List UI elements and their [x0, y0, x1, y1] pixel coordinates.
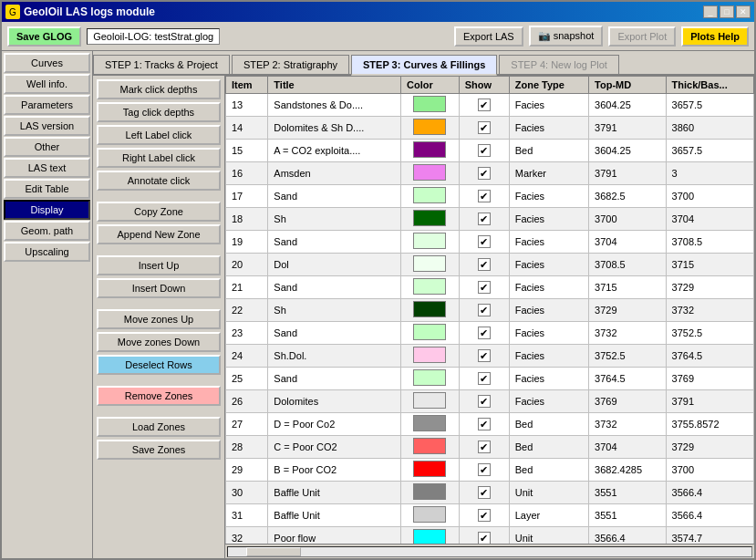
annotate-click-button[interactable]: Annotate click — [97, 171, 221, 191]
sidebar-item-las-version[interactable]: LAS version — [4, 116, 90, 136]
show-checkbox[interactable]: ✔ — [478, 349, 491, 362]
show-checkbox[interactable]: ✔ — [478, 190, 491, 202]
tab-step3[interactable]: STEP 3: Curves & Fillings — [351, 55, 497, 76]
show-checkbox[interactable]: ✔ — [478, 167, 491, 180]
table-row[interactable]: 21Sand✔Facies37153729 — [226, 276, 754, 299]
show-checkbox[interactable]: ✔ — [478, 532, 491, 544]
copy-zone-button[interactable]: Copy Zone — [97, 202, 221, 222]
show-checkbox[interactable]: ✔ — [478, 235, 491, 248]
show-checkbox[interactable]: ✔ — [478, 395, 491, 408]
table-row[interactable]: 30Baffle Unit✔Unit35513566.4 — [226, 482, 754, 504]
show-checkbox[interactable]: ✔ — [478, 258, 491, 271]
cell-show[interactable]: ✔ — [459, 482, 509, 504]
table-row[interactable]: 23Sand✔Facies37323752.5 — [226, 322, 754, 345]
show-checkbox[interactable]: ✔ — [478, 418, 491, 430]
right-label-click-button[interactable]: Right Label click — [97, 148, 221, 168]
table-row[interactable]: 22Sh✔Facies37293732 — [226, 299, 754, 322]
sidebar-item-well-info[interactable]: Well info. — [4, 74, 90, 94]
deselect-rows-button[interactable]: Deselect Rows — [97, 355, 221, 375]
table-row[interactable]: 27D = Poor Co2✔Bed37323755.8572 — [226, 413, 754, 436]
table-row[interactable]: 32Poor flow✔Unit3566.43574.7 — [226, 527, 754, 544]
cell-show[interactable]: ✔ — [459, 276, 509, 299]
table-row[interactable]: 18Sh✔Facies37003704 — [226, 208, 754, 231]
cell-show[interactable]: ✔ — [459, 231, 509, 254]
save-zones-button[interactable]: Save Zones — [97, 440, 221, 460]
show-checkbox[interactable]: ✔ — [478, 463, 491, 476]
cell-show[interactable]: ✔ — [459, 345, 509, 368]
tab-step4[interactable]: STEP 4: New log Plot — [499, 55, 619, 74]
show-checkbox[interactable]: ✔ — [478, 486, 491, 499]
plots-help-button[interactable]: Plots Help — [681, 26, 749, 47]
insert-up-button[interactable]: Insert Up — [97, 255, 221, 275]
table-row[interactable]: 20Dol✔Facies3708.53715 — [226, 254, 754, 276]
show-checkbox[interactable]: ✔ — [478, 121, 491, 134]
show-checkbox[interactable]: ✔ — [478, 372, 491, 385]
table-row[interactable]: 19Sand✔Facies37043708.5 — [226, 231, 754, 254]
cell-show[interactable]: ✔ — [459, 436, 509, 459]
sidebar-item-curves[interactable]: Curves — [4, 53, 90, 73]
table-row[interactable]: 16Amsden✔Marker37913 — [226, 162, 754, 185]
maximize-button[interactable]: □ — [720, 5, 734, 18]
export-plot-button[interactable]: Export Plot — [608, 26, 676, 47]
cell-show[interactable]: ✔ — [459, 162, 509, 185]
cell-show[interactable]: ✔ — [459, 185, 509, 208]
show-checkbox[interactable]: ✔ — [478, 99, 491, 111]
table-row[interactable]: 26Dolomites✔Facies37693791 — [226, 390, 754, 413]
cell-show[interactable]: ✔ — [459, 208, 509, 231]
left-label-click-button[interactable]: Left Label click — [97, 125, 221, 145]
cell-show[interactable]: ✔ — [459, 527, 509, 544]
table-row[interactable]: 13Sandstones & Do....✔Facies3604.253657.… — [226, 94, 754, 117]
show-checkbox[interactable]: ✔ — [478, 441, 491, 453]
cell-show[interactable]: ✔ — [459, 117, 509, 140]
sidebar-item-geom-path[interactable]: Geom. path — [4, 221, 90, 241]
cell-show[interactable]: ✔ — [459, 299, 509, 322]
show-checkbox[interactable]: ✔ — [478, 304, 491, 316]
cell-show[interactable]: ✔ — [459, 413, 509, 436]
tag-click-depths-button[interactable]: Tag click depths — [97, 102, 221, 122]
move-zones-up-button[interactable]: Move zones Up — [97, 309, 221, 329]
cell-show[interactable]: ✔ — [459, 459, 509, 482]
export-las-button[interactable]: Export LAS — [454, 26, 523, 47]
cell-show[interactable]: ✔ — [459, 140, 509, 162]
scrollbar-thumb[interactable] — [246, 547, 301, 556]
sidebar-item-edit-table[interactable]: Edit Table — [4, 179, 90, 199]
table-row[interactable]: 15A = CO2 exploita....✔Bed3604.253657.5 — [226, 140, 754, 162]
show-checkbox[interactable]: ✔ — [478, 144, 491, 157]
close-button[interactable]: ✕ — [736, 5, 751, 18]
save-glog-button[interactable]: Save GLOG — [7, 26, 81, 47]
sidebar-item-las-text[interactable]: LAS text — [4, 158, 90, 178]
mark-click-depths-button[interactable]: Mark click depths — [97, 79, 221, 99]
cell-show[interactable]: ✔ — [459, 390, 509, 413]
data-table-container[interactable]: Item Title Color Show Zone Type Top-MD T… — [225, 76, 754, 544]
cell-show[interactable]: ✔ — [459, 368, 509, 390]
snapshot-button[interactable]: 📷 snapshot — [529, 26, 604, 47]
table-row[interactable]: 14Dolomites & Sh D....✔Facies37913860 — [226, 117, 754, 140]
table-row[interactable]: 25Sand✔Facies3764.53769 — [226, 368, 754, 390]
remove-zones-button[interactable]: Remove Zones — [97, 386, 221, 406]
show-checkbox[interactable]: ✔ — [478, 509, 491, 522]
table-row[interactable]: 31Baffle Unit✔Layer35513566.4 — [226, 504, 754, 527]
show-checkbox[interactable]: ✔ — [478, 327, 491, 339]
table-row[interactable]: 17Sand✔Facies3682.53700 — [226, 185, 754, 208]
table-row[interactable]: 29B = Poor CO2✔Bed3682.42853700 — [226, 459, 754, 482]
horizontal-scrollbar[interactable] — [227, 546, 752, 557]
minimize-button[interactable]: _ — [703, 5, 718, 18]
load-zones-button[interactable]: Load Zones — [97, 417, 221, 437]
sidebar-item-display[interactable]: Display — [4, 200, 90, 220]
cell-show[interactable]: ✔ — [459, 254, 509, 276]
table-row[interactable]: 28C = Poor CO2✔Bed37043729 — [226, 436, 754, 459]
cell-show[interactable]: ✔ — [459, 94, 509, 117]
move-zones-down-button[interactable]: Move zones Down — [97, 332, 221, 352]
tab-step2[interactable]: STEP 2: Stratigraphy — [232, 55, 349, 74]
cell-show[interactable]: ✔ — [459, 322, 509, 345]
sidebar-item-parameters[interactable]: Parameters — [4, 95, 90, 115]
show-checkbox[interactable]: ✔ — [478, 281, 491, 294]
insert-down-button[interactable]: Insert Down — [97, 278, 221, 298]
sidebar-item-upscaling[interactable]: Upscaling — [4, 242, 90, 262]
append-new-zone-button[interactable]: Append New Zone — [97, 224, 221, 244]
show-checkbox[interactable]: ✔ — [478, 213, 491, 225]
sidebar-item-other[interactable]: Other — [4, 137, 90, 157]
tab-step1[interactable]: STEP 1: Tracks & Project — [93, 55, 230, 74]
cell-show[interactable]: ✔ — [459, 504, 509, 527]
table-row[interactable]: 24Sh.Dol.✔Facies3752.53764.5 — [226, 345, 754, 368]
